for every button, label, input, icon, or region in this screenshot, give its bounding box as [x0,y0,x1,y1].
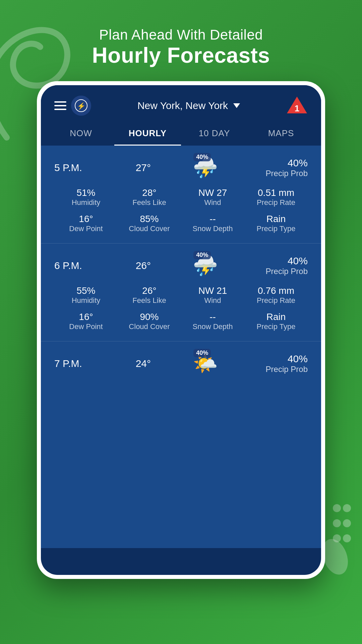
feels-like-cell-5pm: 28° Feels Like [118,187,181,207]
hour-main-row-7pm: 7 P.M. 24° 🌤️ 40% 40% Precip Prob [51,348,311,375]
hamburger-line [54,105,66,106]
tab-hourly[interactable]: HOURLY [114,123,181,146]
precip-rate-label-6pm: Precip Rate [244,296,308,305]
precip-type-value-6pm: Rain [244,312,308,322]
hour-temp-7pm: 24° [130,358,157,369]
hour-main-row-5pm: 5 P.M. 27° ⛈️ 40% 40% Precip Prob [51,152,311,184]
tab-10day[interactable]: 10 DAY [181,123,248,146]
header-subtitle: Plan Ahead With Detailed [0,27,362,43]
hour-precip-7pm: 40% Precip Prob [254,353,308,374]
precip-badge-7pm: 40% [193,349,211,357]
humidity-value-5pm: 51% [54,187,118,198]
svg-text:⚡: ⚡ [77,102,85,110]
header-left: ⚡ [54,96,91,116]
tab-now[interactable]: NOW [48,123,114,146]
wind-cell-5pm: NW 27 Wind [181,187,244,207]
hamburger-line [54,101,66,103]
dew-point-value-6pm: 16° [54,312,118,322]
menu-button[interactable] [54,101,66,110]
dew-point-cell-5pm: 16° Dew Point [54,214,118,233]
page-header: Plan Ahead With Detailed Hourly Forecast… [0,0,362,81]
svg-point-3 [343,519,351,527]
weather-icon-7pm: 🌤️ 40% [182,352,229,375]
svg-point-1 [343,504,351,512]
precip-type-cell-5pm: Rain Precip Type [244,214,308,233]
precip-type-cell-6pm: Rain Precip Type [244,312,308,331]
location-text: New York, New York [137,100,228,111]
wind-value-5pm: NW 27 [181,187,244,198]
forecast-content: 5 P.M. 27° ⛈️ 40% 40% Precip Prob [41,146,321,548]
precip-prob-label-6pm: Precip Prob [254,267,308,276]
hour-temp-5pm: 27° [130,162,157,173]
precip-prob-value-6pm: 40% [254,255,308,267]
phone-mockup: ⚡ New York, New York 1 NOW HOURLY 10 DAY… [37,81,325,579]
dew-point-value-5pm: 16° [54,214,118,224]
precip-rate-value-6pm: 0.76 mm [244,285,308,296]
precip-rate-label-5pm: Precip Rate [244,198,308,207]
feels-like-value-6pm: 26° [118,285,181,296]
snow-depth-cell-5pm: -- Snow Depth [181,214,244,233]
dew-point-cell-6pm: 16° Dew Point [54,312,118,331]
feels-like-cell-6pm: 26° Feels Like [118,285,181,305]
cloud-cover-value-5pm: 85% [118,214,181,224]
tab-maps[interactable]: MAPS [248,123,314,146]
nav-tabs: NOW HOURLY 10 DAY MAPS [41,119,321,146]
precip-rate-cell-6pm: 0.76 mm Precip Rate [244,285,308,305]
snow-depth-label-5pm: Snow Depth [181,224,244,233]
precip-prob-label-5pm: Precip Prob [254,169,308,178]
phone-screen: ⚡ New York, New York 1 NOW HOURLY 10 DAY… [41,85,321,575]
hour-block-5pm: 5 P.M. 27° ⛈️ 40% 40% Precip Prob [41,146,321,244]
snow-depth-label-6pm: Snow Depth [181,322,244,331]
precip-type-label-6pm: Precip Type [244,322,308,331]
humidity-label-6pm: Humidity [54,296,118,305]
svg-point-2 [333,519,341,527]
cloud-cover-cell-5pm: 85% Cloud Cover [118,214,181,233]
detail-row-dew-6pm: 16° Dew Point 90% Cloud Cover -- Snow De… [51,308,311,334]
hour-temp-6pm: 26° [130,260,157,271]
cloud-cover-label-5pm: Cloud Cover [118,224,181,233]
wind-label-6pm: Wind [181,296,244,305]
app-header: ⚡ New York, New York 1 [41,85,321,119]
precip-badge-6pm: 40% [193,251,211,259]
svg-text:1: 1 [295,103,299,113]
precip-prob-label-7pm: Precip Prob [254,365,308,374]
hour-time-6pm: 6 P.M. [54,260,105,271]
humidity-label-5pm: Humidity [54,198,118,207]
cloud-cover-value-6pm: 90% [118,312,181,322]
hour-time-5pm: 5 P.M. [54,162,105,173]
dew-point-label-5pm: Dew Point [54,224,118,233]
svg-point-0 [333,504,341,512]
detail-row-humidity-5pm: 51% Humidity 28° Feels Like NW 27 Wind 0… [51,184,311,210]
precip-prob-value-5pm: 40% [254,157,308,169]
wind-value-6pm: NW 21 [181,285,244,296]
cloud-cover-cell-6pm: 90% Cloud Cover [118,312,181,331]
svg-point-6 [322,537,349,577]
hamburger-line [54,109,66,110]
alert-button[interactable]: 1 [286,95,308,116]
weather-icon-6pm: ⛈️ 40% [182,254,229,277]
hour-main-row-6pm: 6 P.M. 26° ⛈️ 40% 40% Precip Prob [51,250,311,282]
hour-block-7pm-partial: 7 P.M. 24° 🌤️ 40% 40% Precip Prob [41,341,321,379]
precip-rate-value-5pm: 0.51 mm [244,187,308,198]
hour-precip-6pm: 40% Precip Prob [254,255,308,276]
header-title: Hourly Forecasts [0,43,362,68]
feels-like-label-6pm: Feels Like [118,296,181,305]
humidity-value-6pm: 55% [54,285,118,296]
precip-type-label-5pm: Precip Type [244,224,308,233]
app-logo: ⚡ [71,96,91,116]
precip-badge-5pm: 40% [193,153,211,161]
logo-icon: ⚡ [74,99,88,112]
humidity-cell-6pm: 55% Humidity [54,285,118,305]
snow-depth-value-6pm: -- [181,312,244,322]
hour-block-6pm: 6 P.M. 26° ⛈️ 40% 40% Precip Prob [41,244,321,341]
feels-like-label-5pm: Feels Like [118,198,181,207]
dew-point-label-6pm: Dew Point [54,322,118,331]
snow-depth-cell-6pm: -- Snow Depth [181,312,244,331]
detail-row-humidity-6pm: 55% Humidity 26° Feels Like NW 21 Wind 0… [51,282,311,308]
wind-cell-6pm: NW 21 Wind [181,285,244,305]
location-selector[interactable]: New York, New York [137,100,240,111]
precip-rate-cell-5pm: 0.51 mm Precip Rate [244,187,308,207]
humidity-cell-5pm: 51% Humidity [54,187,118,207]
precip-prob-value-7pm: 40% [254,353,308,365]
dropdown-arrow-icon [233,103,240,108]
